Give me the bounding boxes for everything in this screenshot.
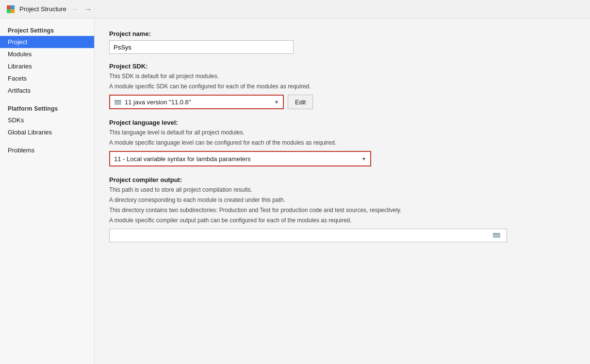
- svg-rect-0: [7, 5, 11, 9]
- sdk-dropdown-arrow: ▼: [274, 99, 279, 105]
- compiler-output-desc2: A directory corresponding to each module…: [109, 196, 575, 204]
- sdk-dropdown-content: 11 java version "11.0.6": [114, 98, 274, 106]
- back-button[interactable]: ←: [70, 4, 81, 14]
- content-area: Project name: Project SDK: This SDK is d…: [95, 18, 590, 364]
- svg-rect-1: [11, 5, 15, 9]
- compiler-output-browse-button[interactable]: [491, 232, 503, 240]
- sdk-edit-button[interactable]: Edit: [288, 95, 313, 109]
- compiler-output-desc4: A module specific compiler output path c…: [109, 216, 575, 225]
- sidebar-divider-1: [0, 97, 94, 102]
- app-icon: [6, 4, 16, 14]
- svg-rect-9: [493, 233, 496, 234]
- sidebar-item-project[interactable]: Project: [0, 36, 94, 48]
- forward-button[interactable]: →: [83, 4, 94, 14]
- title-bar: Project Structure ← →: [0, 0, 590, 18]
- sdk-row: 11 java version "11.0.6" ▼ Edit: [109, 95, 575, 109]
- sidebar-item-libraries[interactable]: Libraries: [0, 60, 94, 72]
- sidebar-item-global-libraries[interactable]: Global Libraries: [0, 126, 94, 138]
- language-level-title: Project language level:: [109, 119, 575, 126]
- sidebar-item-artifacts[interactable]: Artifacts: [0, 84, 94, 97]
- project-settings-label: Project Settings: [0, 24, 94, 36]
- svg-rect-6: [115, 100, 117, 101]
- sidebar-item-sdks[interactable]: SDKs: [0, 114, 94, 126]
- svg-rect-8: [493, 234, 500, 238]
- sdk-value: 11 java version "11.0.6": [125, 99, 191, 106]
- sidebar: Project Settings Project Modules Librari…: [0, 18, 95, 364]
- svg-rect-3: [11, 9, 15, 13]
- nav-buttons: ← →: [70, 4, 94, 14]
- sidebar-divider-2: [0, 138, 94, 144]
- sidebar-item-facets[interactable]: Facets: [0, 72, 94, 84]
- language-level-dropdown[interactable]: 11 - Local variable syntax for lambda pa…: [109, 151, 371, 166]
- language-dropdown-arrow: ▼: [361, 156, 366, 162]
- main-container: Project Settings Project Modules Librari…: [0, 18, 590, 364]
- project-sdk-desc2: A module specific SDK can be configured …: [109, 82, 575, 91]
- platform-settings-label: Platform Settings: [0, 102, 94, 114]
- sidebar-item-modules[interactable]: Modules: [0, 48, 94, 60]
- language-level-desc2: A module specific language level can be …: [109, 138, 575, 147]
- sdk-folder-icon: [114, 98, 122, 106]
- svg-rect-2: [7, 9, 11, 13]
- project-name-label: Project name:: [109, 30, 575, 37]
- project-sdk-title: Project SDK:: [109, 63, 575, 70]
- compiler-output-title: Project compiler output:: [109, 176, 575, 183]
- window-title: Project Structure: [19, 5, 66, 13]
- svg-rect-5: [115, 101, 121, 105]
- sdk-dropdown[interactable]: 11 java version "11.0.6" ▼: [109, 95, 284, 109]
- project-name-input[interactable]: [109, 40, 294, 54]
- compiler-output-desc1: This path is used to store all project c…: [109, 185, 575, 194]
- compiler-output-field[interactable]: [109, 229, 507, 242]
- sidebar-item-problems[interactable]: Problems: [0, 144, 94, 156]
- project-sdk-desc1: This SDK is default for all project modu…: [109, 72, 575, 81]
- language-level-desc1: This language level is default for all p…: [109, 128, 575, 137]
- compiler-output-desc3: This directory contains two subdirectori…: [109, 206, 575, 215]
- language-level-value: 11 - Local variable syntax for lambda pa…: [114, 155, 251, 163]
